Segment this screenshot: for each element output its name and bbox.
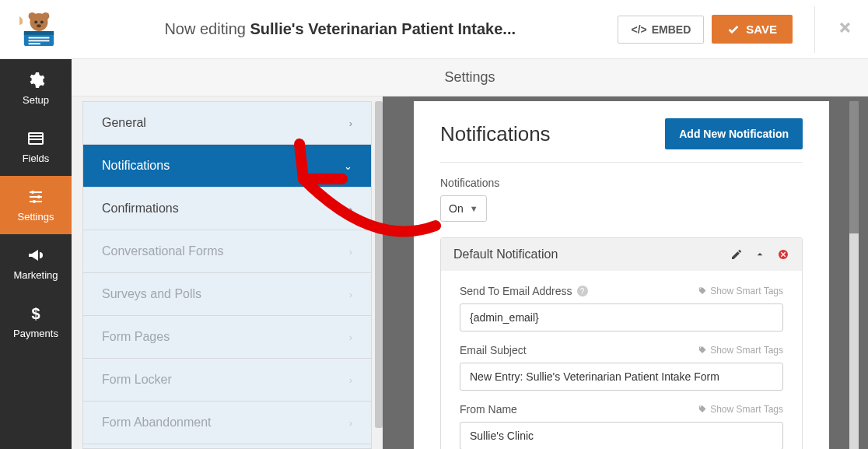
close-icon[interactable] [837, 19, 852, 39]
notification-block-header: Default Notification [441, 238, 802, 271]
chevron-down-icon: ▼ [470, 204, 478, 213]
chevron-right-icon: › [349, 118, 352, 129]
menu-notifications-label: Notifications [102, 159, 170, 173]
chevron-right-icon: › [349, 417, 352, 429]
smart-tags-link[interactable]: Show Smart Tags [698, 286, 783, 296]
menu-scrollbar[interactable] [375, 101, 383, 428]
notifications-toggle[interactable]: On ▼ [440, 195, 487, 222]
panel-scrollbar-thumb[interactable] [849, 101, 859, 233]
pencil-icon[interactable] [730, 248, 743, 261]
chevron-right-icon: › [349, 331, 352, 343]
tag-icon [698, 286, 707, 296]
menu-surveys[interactable]: Surveys and Polls › [83, 273, 371, 316]
chevron-right-icon: › [349, 203, 352, 215]
svg-point-19 [33, 200, 36, 203]
logo [16, 10, 62, 49]
gear-icon [26, 71, 45, 89]
svg-rect-8 [29, 37, 50, 38]
chevron-up-icon[interactable] [754, 248, 766, 261]
rail-fields[interactable]: Fields [0, 118, 72, 176]
menu-general-label: General [102, 116, 146, 130]
tag-icon [698, 346, 707, 355]
chevron-down-icon: ⌄ [344, 160, 352, 172]
code-icon: </> [631, 23, 646, 36]
menu-conversational-label: Conversational Forms [102, 244, 224, 258]
tag-icon [698, 405, 707, 414]
svg-point-18 [37, 195, 40, 198]
dollar-icon: $ [26, 304, 45, 323]
bullhorn-icon [26, 246, 45, 265]
svg-text:$: $ [31, 305, 40, 322]
menu-conversational[interactable]: Conversational Forms › [83, 230, 371, 273]
list-icon [26, 129, 45, 148]
rail-fields-label: Fields [23, 153, 50, 164]
send-to-label: Send To Email Address [460, 285, 572, 297]
rail-marketing-label: Marketing [13, 269, 58, 281]
rail-payments[interactable]: $ Payments [0, 293, 72, 351]
from-name-input[interactable] [460, 422, 783, 449]
menu-formlocker-label: Form Locker [102, 373, 172, 387]
rail-settings[interactable]: Settings [0, 176, 72, 234]
menu-general[interactable]: General › [83, 102, 371, 145]
rail-payments-label: Payments [13, 328, 58, 339]
rail-setup[interactable]: Setup [0, 59, 72, 118]
chevron-right-icon: › [349, 374, 352, 386]
menu-confirmations-label: Confirmations [102, 202, 179, 216]
menu-formlocker[interactable]: Form Locker › [83, 359, 371, 402]
smart-tags-label: Show Smart Tags [710, 345, 783, 356]
smart-tags-label: Show Smart Tags [710, 404, 783, 415]
send-to-input[interactable] [460, 303, 783, 331]
svg-rect-7 [24, 30, 54, 34]
svg-point-5 [37, 24, 41, 27]
menu-confirmations[interactable]: Confirmations › [83, 188, 371, 230]
form-name: Sullie's Veterinarian Patient Intake... [250, 20, 516, 37]
embed-label: EMBED [652, 23, 691, 36]
smart-tags-label: Show Smart Tags [710, 286, 783, 296]
smart-tags-link[interactable]: Show Smart Tags [698, 345, 783, 356]
svg-rect-9 [29, 40, 50, 41]
svg-point-17 [31, 191, 34, 194]
delete-icon[interactable] [777, 248, 789, 261]
smart-tags-link[interactable]: Show Smart Tags [698, 404, 783, 415]
chevron-right-icon: › [349, 289, 352, 300]
sliders-icon [26, 188, 45, 206]
rail-settings-label: Settings [18, 211, 54, 223]
rail-marketing[interactable]: Marketing [0, 234, 72, 293]
svg-point-1 [29, 12, 37, 19]
notification-block-title: Default Notification [453, 247, 558, 261]
svg-point-2 [42, 12, 50, 19]
notifications-status: On [449, 202, 464, 215]
page-title: Settings [72, 59, 868, 96]
embed-button[interactable]: </> EMBED [618, 16, 704, 44]
svg-point-3 [34, 20, 37, 23]
menu-formpages[interactable]: Form Pages › [83, 316, 371, 359]
editing-title: Now editing Sullie's Veterinarian Patien… [62, 20, 618, 38]
editing-prefix: Now editing [164, 20, 250, 37]
menu-notifications[interactable]: Notifications ⌄ [83, 145, 371, 188]
svg-point-4 [40, 20, 44, 23]
menu-surveys-label: Surveys and Polls [102, 287, 201, 301]
menu-formpages-label: Form Pages [102, 330, 170, 344]
rail-setup-label: Setup [23, 94, 49, 106]
svg-rect-10 [29, 43, 40, 44]
check-icon [727, 23, 740, 36]
menu-formabandon-label: Form Abandonment [102, 416, 212, 430]
save-label: SAVE [746, 23, 777, 36]
panel-title: Notifications [440, 122, 551, 146]
notifications-toggle-label: Notifications [440, 177, 803, 189]
add-notification-button[interactable]: Add New Notification [665, 118, 803, 149]
help-icon[interactable]: ? [577, 286, 588, 296]
divider [814, 6, 815, 53]
subject-input[interactable] [460, 363, 783, 391]
subject-label: Email Subject [460, 344, 527, 356]
from-name-label: From Name [460, 403, 517, 416]
menu-formabandon[interactable]: Form Abandonment › [83, 402, 371, 444]
save-button[interactable]: SAVE [712, 15, 793, 44]
chevron-right-icon: › [349, 246, 352, 258]
panel-scrollbar-track[interactable] [849, 101, 859, 449]
